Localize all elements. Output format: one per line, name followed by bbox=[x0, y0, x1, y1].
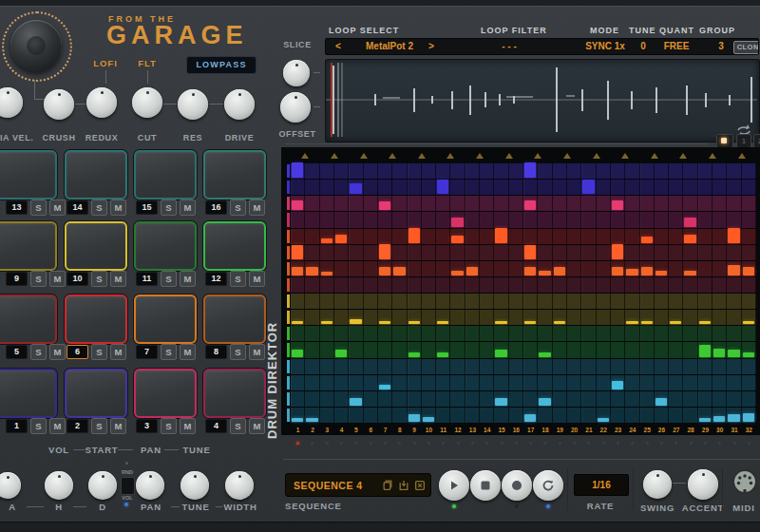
pan-knob[interactable] bbox=[136, 471, 164, 500]
step-cell-1-1[interactable] bbox=[291, 163, 305, 179]
step-cell-14-32[interactable] bbox=[742, 375, 756, 390]
step-cell-15-20[interactable] bbox=[567, 391, 581, 407]
step-cell-12-5[interactable] bbox=[349, 342, 363, 357]
rnd-vol-switch[interactable] bbox=[121, 477, 135, 495]
step-cell-16-6[interactable] bbox=[364, 408, 378, 423]
stop-button[interactable] bbox=[470, 470, 501, 501]
step-cell-1-26[interactable] bbox=[655, 163, 669, 179]
step-cell-12-12[interactable] bbox=[450, 342, 465, 357]
pad-6-mute-button[interactable]: M bbox=[110, 344, 126, 360]
step-cell-10-20[interactable] bbox=[567, 310, 581, 325]
step-cell-5-31[interactable] bbox=[727, 229, 741, 244]
record-button[interactable] bbox=[502, 470, 532, 501]
step-cell-7-4[interactable] bbox=[334, 261, 349, 276]
step-cell-4-16[interactable] bbox=[509, 212, 523, 227]
pad-3-mute-button[interactable]: M bbox=[180, 418, 196, 434]
step-cell-8-11[interactable] bbox=[436, 277, 450, 293]
step-cell-12-24[interactable] bbox=[625, 342, 639, 357]
step-cell-11-8[interactable] bbox=[392, 326, 407, 341]
step-cell-13-5[interactable] bbox=[349, 359, 363, 374]
step-cell-10-4[interactable] bbox=[334, 310, 349, 325]
pad-14-number[interactable]: 14 bbox=[66, 200, 88, 215]
step-cell-1-12[interactable] bbox=[450, 163, 465, 179]
tune-value[interactable]: 0 bbox=[634, 39, 653, 54]
step-cell-8-13[interactable] bbox=[466, 277, 480, 293]
step-cell-5-28[interactable] bbox=[683, 229, 697, 244]
step-cell-12-10[interactable] bbox=[422, 342, 436, 357]
step-cell-4-12[interactable] bbox=[450, 212, 465, 227]
step-cell-16-28[interactable] bbox=[683, 408, 697, 423]
step-cell-9-28[interactable] bbox=[683, 294, 697, 309]
step-cell-12-18[interactable] bbox=[538, 342, 552, 357]
slice-knob[interactable] bbox=[283, 60, 310, 86]
step-cell-8-8[interactable] bbox=[392, 277, 407, 293]
pad-12-mute-button[interactable]: M bbox=[249, 271, 265, 287]
step-cell-2-10[interactable] bbox=[422, 180, 436, 195]
step-cell-12-30[interactable] bbox=[712, 342, 727, 357]
step-cell-16-27[interactable] bbox=[669, 408, 683, 423]
step-cell-9-12[interactable] bbox=[450, 294, 465, 309]
step-cell-13-31[interactable] bbox=[727, 359, 741, 374]
step-cell-9-23[interactable] bbox=[611, 294, 625, 309]
step-cell-16-13[interactable] bbox=[466, 408, 480, 423]
step-cell-1-14[interactable] bbox=[480, 163, 494, 179]
step-cell-5-12[interactable] bbox=[450, 229, 465, 244]
step-cell-15-4[interactable] bbox=[334, 391, 349, 407]
step-cell-4-3[interactable] bbox=[320, 212, 334, 227]
step-cell-16-16[interactable] bbox=[509, 408, 523, 423]
step-cell-9-13[interactable] bbox=[466, 294, 480, 309]
pad-14-solo-button[interactable]: S bbox=[91, 200, 107, 216]
step-cell-3-21[interactable] bbox=[581, 196, 596, 211]
step-cell-6-13[interactable] bbox=[466, 245, 480, 260]
step-cell-2-31[interactable] bbox=[727, 180, 741, 195]
step-cell-14-29[interactable] bbox=[698, 375, 712, 390]
accent-knob[interactable] bbox=[688, 469, 718, 500]
loop-button[interactable] bbox=[533, 470, 563, 501]
step-cell-2-15[interactable] bbox=[494, 180, 508, 195]
step-cell-10-19[interactable] bbox=[553, 310, 567, 325]
step-cell-10-6[interactable] bbox=[364, 310, 378, 325]
play-button[interactable] bbox=[439, 470, 469, 501]
step-cell-6-19[interactable] bbox=[553, 245, 567, 260]
pad-11-number[interactable]: 11 bbox=[136, 272, 158, 286]
step-cell-15-13[interactable] bbox=[466, 391, 480, 407]
step-cell-2-12[interactable] bbox=[450, 180, 465, 195]
step-cell-7-24[interactable] bbox=[625, 261, 639, 276]
step-cell-2-20[interactable] bbox=[567, 180, 581, 195]
step-cell-1-18[interactable] bbox=[538, 163, 552, 179]
step-cell-13-20[interactable] bbox=[567, 359, 581, 374]
step-cell-9-15[interactable] bbox=[494, 294, 508, 309]
step-cell-11-29[interactable] bbox=[698, 326, 712, 341]
step-cell-11-26[interactable] bbox=[655, 326, 669, 341]
step-cell-12-8[interactable] bbox=[392, 342, 407, 357]
pad-15-number[interactable]: 15 bbox=[136, 200, 158, 215]
step-cell-11-25[interactable] bbox=[640, 326, 655, 341]
step-cell-6-16[interactable] bbox=[509, 245, 523, 260]
step-cell-9-22[interactable] bbox=[597, 294, 611, 309]
step-cell-15-11[interactable] bbox=[436, 391, 450, 407]
step-cell-14-11[interactable] bbox=[436, 375, 450, 390]
cut-knob[interactable] bbox=[132, 87, 162, 118]
step-cell-15-19[interactable] bbox=[553, 391, 567, 407]
step-cell-8-29[interactable] bbox=[698, 277, 712, 293]
step-cell-16-18[interactable] bbox=[538, 408, 552, 423]
step-cell-7-22[interactable] bbox=[597, 261, 611, 276]
step-cell-11-14[interactable] bbox=[480, 326, 494, 341]
step-cell-12-13[interactable] bbox=[466, 342, 480, 357]
step-cell-14-24[interactable] bbox=[625, 375, 639, 390]
rate-display[interactable]: 1/16 bbox=[574, 474, 629, 496]
step-cell-15-2[interactable] bbox=[305, 391, 319, 407]
step-cell-2-13[interactable] bbox=[466, 180, 480, 195]
step-cell-11-18[interactable] bbox=[538, 326, 552, 341]
step-cell-1-25[interactable] bbox=[640, 163, 655, 179]
step-cell-9-18[interactable] bbox=[538, 294, 552, 309]
step-cell-11-15[interactable] bbox=[494, 326, 508, 341]
pad-1[interactable] bbox=[0, 369, 57, 418]
step-cell-6-8[interactable] bbox=[392, 245, 407, 260]
step-cell-10-27[interactable] bbox=[669, 310, 683, 325]
step-cell-13-32[interactable] bbox=[742, 359, 756, 374]
pad-4-mute-button[interactable]: M bbox=[249, 418, 265, 434]
step-cell-6-5[interactable] bbox=[349, 245, 363, 260]
step-cell-4-25[interactable] bbox=[640, 212, 655, 227]
step-cell-6-28[interactable] bbox=[683, 245, 697, 260]
